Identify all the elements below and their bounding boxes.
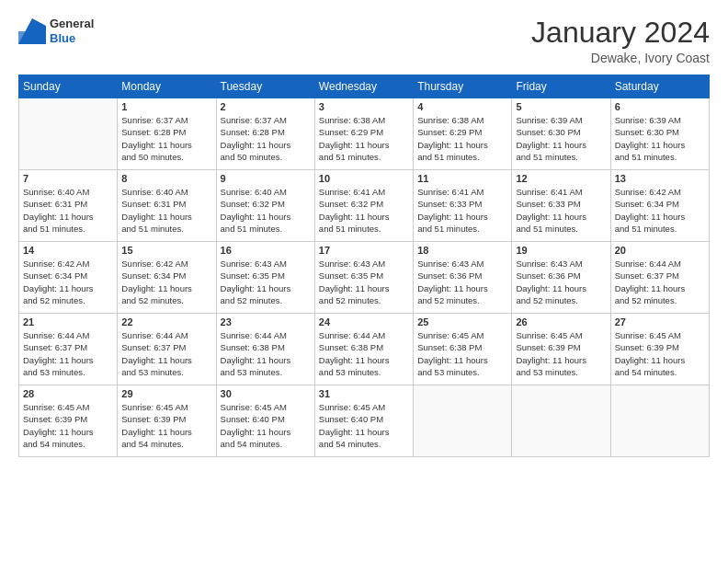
calendar-header-wednesday: Wednesday: [314, 75, 413, 98]
calendar-header-tuesday: Tuesday: [216, 75, 314, 98]
calendar-cell: 22Sunrise: 6:44 AMSunset: 6:37 PMDayligh…: [118, 314, 216, 385]
calendar-header-monday: Monday: [118, 75, 216, 98]
day-number: 30: [221, 388, 311, 399]
day-number: 21: [23, 316, 113, 327]
calendar-week-row: 28Sunrise: 6:45 AMSunset: 6:39 PMDayligh…: [19, 385, 710, 457]
day-number: 15: [121, 245, 211, 256]
day-info: Sunrise: 6:38 AMSunset: 6:29 PMDaylight:…: [319, 114, 409, 163]
calendar-table: SundayMondayTuesdayWednesdayThursdayFrid…: [18, 75, 710, 457]
day-info: Sunrise: 6:37 AMSunset: 6:28 PMDaylight:…: [221, 114, 311, 163]
calendar-cell: 23Sunrise: 6:44 AMSunset: 6:38 PMDayligh…: [216, 314, 314, 385]
calendar-cell: 5Sunrise: 6:39 AMSunset: 6:30 PMDaylight…: [512, 98, 610, 170]
day-info: Sunrise: 6:44 AMSunset: 6:38 PMDaylight:…: [221, 329, 311, 378]
day-info: Sunrise: 6:43 AMSunset: 6:35 PMDaylight:…: [319, 258, 409, 306]
calendar-week-row: 1Sunrise: 6:37 AMSunset: 6:28 PMDaylight…: [19, 98, 710, 170]
day-info: Sunrise: 6:40 AMSunset: 6:31 PMDaylight:…: [23, 186, 113, 235]
calendar-cell: 20Sunrise: 6:44 AMSunset: 6:37 PMDayligh…: [610, 242, 709, 314]
calendar-cell: 4Sunrise: 6:38 AMSunset: 6:29 PMDaylight…: [414, 98, 512, 170]
day-info: Sunrise: 6:41 AMSunset: 6:33 PMDaylight:…: [516, 186, 606, 235]
day-number: 14: [23, 245, 113, 256]
day-info: Sunrise: 6:44 AMSunset: 6:37 PMDaylight:…: [121, 329, 211, 378]
day-info: Sunrise: 6:45 AMSunset: 6:39 PMDaylight:…: [23, 401, 113, 450]
day-number: 29: [121, 388, 211, 399]
calendar-header-friday: Friday: [512, 75, 610, 98]
header: General Blue January 2024 Dewake, Ivory …: [18, 17, 710, 65]
logo-icon: [18, 18, 46, 44]
calendar-cell: 17Sunrise: 6:43 AMSunset: 6:35 PMDayligh…: [314, 242, 413, 314]
calendar-cell: 6Sunrise: 6:39 AMSunset: 6:30 PMDaylight…: [610, 98, 709, 170]
calendar-cell: 12Sunrise: 6:41 AMSunset: 6:33 PMDayligh…: [512, 170, 610, 242]
logo-blue: Blue: [50, 31, 94, 46]
calendar-cell: 27Sunrise: 6:45 AMSunset: 6:39 PMDayligh…: [610, 314, 709, 385]
day-info: Sunrise: 6:43 AMSunset: 6:35 PMDaylight:…: [221, 258, 311, 306]
day-number: 19: [516, 245, 606, 256]
day-info: Sunrise: 6:42 AMSunset: 6:34 PMDaylight:…: [23, 258, 113, 306]
day-info: Sunrise: 6:44 AMSunset: 6:37 PMDaylight:…: [615, 258, 705, 306]
day-info: Sunrise: 6:37 AMSunset: 6:28 PMDaylight:…: [121, 114, 211, 163]
calendar-cell: 9Sunrise: 6:40 AMSunset: 6:32 PMDaylight…: [216, 170, 314, 242]
day-number: 12: [516, 173, 606, 184]
day-info: Sunrise: 6:44 AMSunset: 6:38 PMDaylight:…: [319, 329, 409, 378]
calendar-header-sunday: Sunday: [19, 75, 118, 98]
calendar-cell: 10Sunrise: 6:41 AMSunset: 6:32 PMDayligh…: [314, 170, 413, 242]
day-number: 10: [319, 173, 409, 184]
calendar-cell: 2Sunrise: 6:37 AMSunset: 6:28 PMDaylight…: [216, 98, 314, 170]
day-number: 18: [417, 245, 507, 256]
logo: General Blue: [18, 17, 94, 45]
logo-text: General Blue: [50, 17, 94, 45]
day-number: 20: [615, 245, 705, 256]
day-number: 28: [23, 388, 113, 399]
day-info: Sunrise: 6:44 AMSunset: 6:37 PMDaylight:…: [23, 329, 113, 378]
month-title: January 2024: [531, 17, 710, 49]
day-number: 11: [417, 173, 507, 184]
day-number: 5: [516, 101, 606, 112]
day-info: Sunrise: 6:42 AMSunset: 6:34 PMDaylight:…: [615, 186, 705, 235]
day-info: Sunrise: 6:43 AMSunset: 6:36 PMDaylight:…: [516, 258, 606, 306]
calendar-cell: 19Sunrise: 6:43 AMSunset: 6:36 PMDayligh…: [512, 242, 610, 314]
day-number: 3: [319, 101, 409, 112]
day-number: 13: [615, 173, 705, 184]
calendar-cell: [414, 385, 512, 457]
calendar-cell: [610, 385, 709, 457]
day-number: 31: [319, 388, 409, 399]
calendar-cell: 7Sunrise: 6:40 AMSunset: 6:31 PMDaylight…: [19, 170, 118, 242]
calendar-cell: 29Sunrise: 6:45 AMSunset: 6:39 PMDayligh…: [118, 385, 216, 457]
page: General Blue January 2024 Dewake, Ivory …: [0, 0, 728, 563]
day-info: Sunrise: 6:43 AMSunset: 6:36 PMDaylight:…: [417, 258, 507, 306]
title-block: January 2024 Dewake, Ivory Coast: [531, 17, 710, 65]
svg-marker-1: [18, 31, 35, 44]
calendar-cell: 13Sunrise: 6:42 AMSunset: 6:34 PMDayligh…: [610, 170, 709, 242]
calendar-cell: 28Sunrise: 6:45 AMSunset: 6:39 PMDayligh…: [19, 385, 118, 457]
day-number: 6: [615, 101, 705, 112]
calendar-cell: 14Sunrise: 6:42 AMSunset: 6:34 PMDayligh…: [19, 242, 118, 314]
logo-general: General: [50, 17, 94, 31]
calendar-cell: [19, 98, 118, 170]
calendar-cell: 25Sunrise: 6:45 AMSunset: 6:38 PMDayligh…: [414, 314, 512, 385]
day-info: Sunrise: 6:40 AMSunset: 6:31 PMDaylight:…: [121, 186, 211, 235]
day-number: 17: [319, 245, 409, 256]
calendar-header-thursday: Thursday: [414, 75, 512, 98]
day-number: 16: [221, 245, 311, 256]
day-number: 8: [121, 173, 211, 184]
calendar-cell: [512, 385, 610, 457]
day-number: 27: [615, 316, 705, 327]
calendar-cell: 21Sunrise: 6:44 AMSunset: 6:37 PMDayligh…: [19, 314, 118, 385]
calendar-cell: 24Sunrise: 6:44 AMSunset: 6:38 PMDayligh…: [314, 314, 413, 385]
day-number: 4: [417, 101, 507, 112]
day-info: Sunrise: 6:41 AMSunset: 6:32 PMDaylight:…: [319, 186, 409, 235]
calendar-week-row: 7Sunrise: 6:40 AMSunset: 6:31 PMDaylight…: [19, 170, 710, 242]
day-number: 1: [121, 101, 211, 112]
calendar-header-row: SundayMondayTuesdayWednesdayThursdayFrid…: [19, 75, 710, 98]
calendar-cell: 1Sunrise: 6:37 AMSunset: 6:28 PMDaylight…: [118, 98, 216, 170]
calendar-cell: 15Sunrise: 6:42 AMSunset: 6:34 PMDayligh…: [118, 242, 216, 314]
calendar-cell: 18Sunrise: 6:43 AMSunset: 6:36 PMDayligh…: [414, 242, 512, 314]
location: Dewake, Ivory Coast: [531, 51, 710, 65]
day-number: 26: [516, 316, 606, 327]
day-info: Sunrise: 6:40 AMSunset: 6:32 PMDaylight:…: [221, 186, 311, 235]
calendar-cell: 11Sunrise: 6:41 AMSunset: 6:33 PMDayligh…: [414, 170, 512, 242]
calendar-cell: 8Sunrise: 6:40 AMSunset: 6:31 PMDaylight…: [118, 170, 216, 242]
calendar-header-saturday: Saturday: [610, 75, 709, 98]
day-number: 2: [221, 101, 311, 112]
calendar-cell: 26Sunrise: 6:45 AMSunset: 6:39 PMDayligh…: [512, 314, 610, 385]
day-info: Sunrise: 6:45 AMSunset: 6:39 PMDaylight:…: [516, 329, 606, 378]
